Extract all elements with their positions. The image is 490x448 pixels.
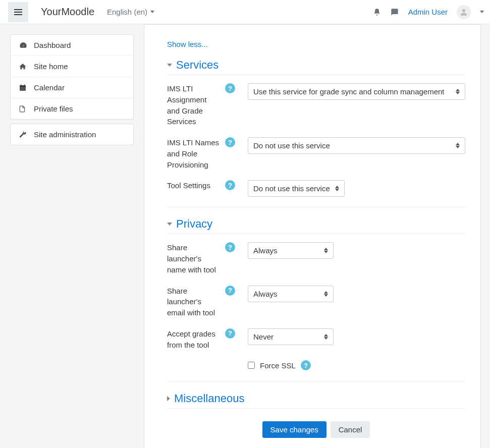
sort-icon xyxy=(324,334,328,340)
sort-icon xyxy=(456,143,460,148)
nav-drawer: Dashboard Site home Calendar Private fil… xyxy=(0,24,144,448)
select-share-name[interactable]: Always xyxy=(248,242,334,259)
sidebar-item-label: Site administration xyxy=(34,130,96,139)
sort-icon xyxy=(324,248,328,253)
calendar-icon xyxy=(19,84,28,92)
wrench-icon xyxy=(19,131,28,139)
legend-label: Privacy xyxy=(176,217,212,231)
select-value: Always xyxy=(253,246,278,255)
svg-rect-3 xyxy=(21,84,21,86)
show-less-link[interactable]: Show less... xyxy=(167,40,208,48)
messages-icon[interactable] xyxy=(390,8,399,16)
help-icon[interactable]: ? xyxy=(225,83,235,93)
nav-drawer-toggle[interactable] xyxy=(8,2,28,22)
form-card: Show less... Services IMS LTI Assignment… xyxy=(144,24,481,448)
label-share-name: Share launcher's name with tool xyxy=(167,242,225,275)
site-brand[interactable]: YourMoodle xyxy=(41,6,94,18)
avatar[interactable] xyxy=(457,5,471,19)
sidebar-item-sitehome[interactable]: Site home xyxy=(11,56,133,77)
label-lti-grade: IMS LTI Assignment and Grade Services xyxy=(167,83,225,127)
select-value: Never xyxy=(253,332,274,341)
help-icon[interactable]: ? xyxy=(225,180,235,190)
help-icon[interactable]: ? xyxy=(225,328,235,339)
expand-icon xyxy=(167,396,170,401)
svg-point-0 xyxy=(462,9,465,12)
file-icon xyxy=(19,105,28,113)
select-value: Use this service for grade sync and colu… xyxy=(253,87,445,96)
help-icon[interactable]: ? xyxy=(225,242,235,252)
user-menu-caret-icon[interactable] xyxy=(480,11,484,13)
sidebar-item-label: Site home xyxy=(34,62,68,71)
gauge-icon xyxy=(19,41,28,49)
hamburger-icon xyxy=(14,12,22,13)
notifications-icon[interactable] xyxy=(373,8,381,16)
sort-icon xyxy=(335,186,339,191)
cancel-button[interactable]: Cancel xyxy=(331,421,370,438)
collapse-icon xyxy=(167,222,172,226)
caret-down-icon xyxy=(150,11,154,13)
save-button[interactable]: Save changes xyxy=(262,421,326,438)
sidebar-item-calendar[interactable]: Calendar xyxy=(11,77,133,98)
fieldset-misc: Miscellaneous xyxy=(167,392,465,409)
legend-services[interactable]: Services xyxy=(167,59,465,75)
help-icon[interactable]: ? xyxy=(225,286,235,296)
select-value: Do not use this service xyxy=(253,184,330,193)
sidebar-item-label: Dashboard xyxy=(34,41,71,49)
sidebar-item-label: Private files xyxy=(34,104,73,113)
legend-label: Services xyxy=(176,59,219,72)
fieldset-services: Services IMS LTI Assignment and Grade Se… xyxy=(167,59,465,207)
svg-rect-4 xyxy=(24,84,25,86)
label-lti-names: IMS LTI Names and Role Provisioning xyxy=(167,137,225,170)
checkbox-force-ssl[interactable] xyxy=(248,362,255,369)
select-lti-names[interactable]: Do not use this service xyxy=(248,137,465,154)
label-force-ssl: Force SSL xyxy=(260,361,296,370)
sidebar-item-siteadmin[interactable]: Site administration xyxy=(11,124,133,145)
sidebar-item-label: Calendar xyxy=(34,83,65,92)
navbar: YourMoodle English (en) Admin User xyxy=(0,0,490,24)
select-accept-grades[interactable]: Never xyxy=(248,328,334,345)
label-accept-grades: Accept grades from the tool xyxy=(167,328,225,351)
select-share-email[interactable]: Always xyxy=(248,286,334,302)
label-tool-settings: Tool Settings xyxy=(167,180,225,191)
svg-rect-2 xyxy=(20,85,26,87)
language-label: English (en) xyxy=(107,8,147,16)
fieldset-privacy: Privacy Share launcher's name with tool … xyxy=(167,217,465,382)
collapse-icon xyxy=(167,64,172,67)
sidebar-item-privatefiles[interactable]: Private files xyxy=(11,98,133,119)
help-icon[interactable]: ? xyxy=(225,137,235,147)
legend-label: Miscellaneous xyxy=(174,392,244,405)
select-lti-grade[interactable]: Use this service for grade sync and colu… xyxy=(248,83,465,100)
sort-icon xyxy=(324,291,328,297)
home-icon xyxy=(19,63,28,71)
select-tool-settings[interactable]: Do not use this service xyxy=(248,180,345,197)
help-icon[interactable]: ? xyxy=(301,360,311,370)
legend-privacy[interactable]: Privacy xyxy=(167,217,465,234)
select-value: Do not use this service xyxy=(253,141,330,150)
form-actions: Save changes Cancel xyxy=(167,421,465,438)
label-share-email: Share launcher's email with tool xyxy=(167,286,225,318)
select-value: Always xyxy=(253,290,278,298)
sort-icon xyxy=(456,89,460,94)
sidebar-item-dashboard[interactable]: Dashboard xyxy=(11,35,133,56)
language-menu[interactable]: English (en) xyxy=(107,8,154,16)
user-menu-link[interactable]: Admin User xyxy=(408,8,448,16)
legend-misc[interactable]: Miscellaneous xyxy=(167,392,465,408)
